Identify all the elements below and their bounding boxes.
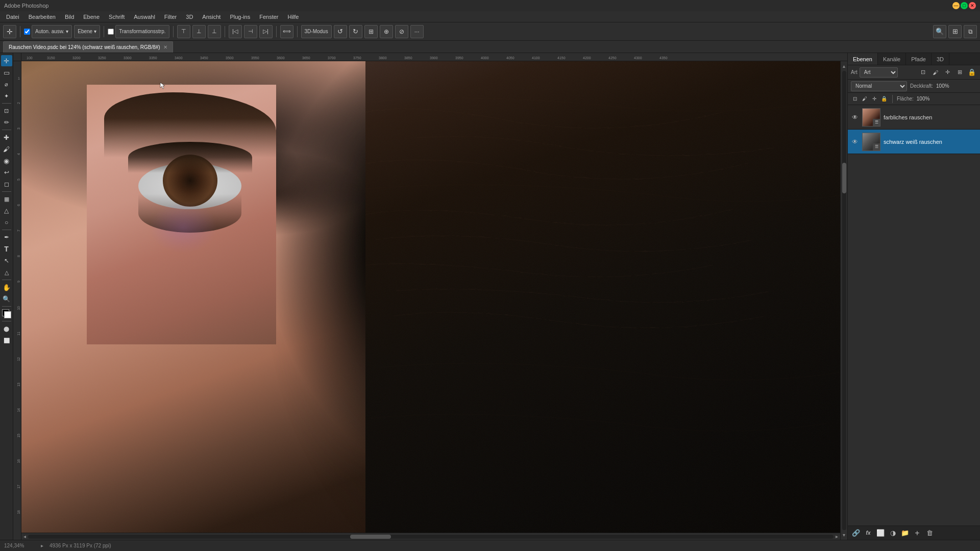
arrange-button[interactable]: ⧉ [964, 25, 977, 38]
menu-bild[interactable]: Bild [61, 13, 78, 21]
maximize-button[interactable]: □ [961, 2, 968, 9]
tool-brush[interactable]: 🖌 [1, 143, 12, 155]
undo-button[interactable]: ↺ [334, 25, 347, 38]
tool-crop[interactable]: ⊡ [1, 105, 12, 116]
tool-dodge[interactable]: ○ [1, 217, 12, 228]
tool-gradient[interactable]: ▦ [1, 193, 12, 205]
tool-quick-mask[interactable]: ⬤ [1, 323, 12, 334]
layer-delete-button[interactable]: 🗑 [924, 528, 935, 538]
tool-eraser[interactable]: ◻ [1, 179, 12, 190]
lock-artboard-button[interactable]: ⊞ [954, 67, 965, 78]
align-right-button[interactable]: ▷| [259, 25, 273, 38]
layer-group-button[interactable]: 📁 [900, 528, 910, 538]
layer-adj-button[interactable]: ◑ [888, 528, 898, 538]
tab-kanäle[interactable]: Kanäle [878, 53, 906, 65]
lock-move-btn[interactable]: ✛ [870, 95, 878, 103]
tool-zoom[interactable]: 🔍 [1, 293, 12, 305]
tab-close-icon[interactable]: ✕ [163, 44, 167, 50]
tool-shape[interactable]: △ [1, 267, 12, 278]
menu-fenster[interactable]: Fenster [255, 13, 282, 21]
layer-fx-button[interactable]: fx [863, 528, 873, 538]
vertical-scrollbar[interactable]: ▴ ▾ [840, 61, 847, 540]
vscroll-track[interactable] [842, 71, 846, 530]
menu-bearbeiten[interactable]: Bearbeiten [24, 13, 60, 21]
tool-lasso[interactable]: ⌀ [1, 79, 12, 90]
lock-brush-btn[interactable]: 🖌 [861, 95, 869, 103]
tab-pfade[interactable]: Pfade [906, 53, 932, 65]
search-button[interactable]: 🔍 [933, 25, 946, 38]
blend-mode-dropdown[interactable]: Normal Abdunkeln Aufhellen Überlagerung … [851, 81, 907, 91]
menu-datei[interactable]: Datei [2, 13, 23, 21]
ruler-mark-v-18: 18 [17, 510, 20, 514]
tool-hand[interactable]: ✋ [1, 282, 12, 293]
transform-checkbox[interactable] [108, 29, 114, 35]
color-swatch[interactable] [1, 308, 12, 319]
close-button[interactable]: ✕ [969, 2, 976, 9]
tool-eyedropper[interactable]: ✏ [1, 117, 12, 128]
3d-mode-button[interactable]: 3D-Modus [301, 25, 332, 38]
menu-filter[interactable]: Filter [160, 13, 181, 21]
tool-blur[interactable]: △ [1, 205, 12, 216]
align-bottom-button[interactable]: ⊥ [208, 25, 221, 38]
ebene-dropdown[interactable]: Ebene ▾ [74, 25, 100, 38]
lock-all-fill-btn[interactable]: 🔒 [880, 95, 888, 103]
tab-ebenen[interactable]: Ebenen [848, 53, 878, 65]
horizontal-scrollbar[interactable]: ◂ ▸ [21, 533, 840, 540]
layer-item-farbliches[interactable]: 👁 ☰ farbliches rauschen [848, 105, 980, 130]
hscroll-track[interactable] [28, 535, 834, 539]
lock-all-button[interactable]: 🔒 [967, 67, 977, 78]
layer-new-button[interactable]: + [912, 528, 922, 538]
tool-pen[interactable]: ✒ [1, 232, 12, 243]
auto-select-checkbox[interactable] [24, 29, 30, 35]
tool-move[interactable]: ✛ [1, 55, 12, 66]
lock-image-button[interactable]: 🖌 [930, 67, 940, 78]
menu-ebene[interactable]: Ebene [79, 13, 104, 21]
align-vcenter-button[interactable]: ⊥ [192, 25, 206, 38]
tool-healing[interactable]: ✚ [1, 132, 12, 143]
minimize-button[interactable]: — [952, 2, 960, 9]
ruler-mark-v-5: 5 [17, 179, 20, 181]
tool-text[interactable]: T [1, 243, 12, 255]
layer-visibility-1[interactable]: 👁 [851, 113, 859, 121]
layer-link-button[interactable]: 🔗 [851, 528, 861, 538]
menu-auswahl[interactable]: Auswahl [130, 13, 159, 21]
tool-select-rect[interactable]: ▭ [1, 67, 12, 78]
distribute-button[interactable]: ⟺ [280, 25, 293, 38]
extra2-button[interactable]: ⊘ [395, 25, 408, 38]
menu-3d[interactable]: 3D [182, 13, 197, 21]
tool-clone[interactable]: ◉ [1, 155, 12, 166]
status-arrow[interactable]: ▸ [41, 543, 43, 548]
active-tab[interactable]: Rauschen Video.psdc bei 124% (schwarz we… [3, 41, 173, 53]
lock-transparent-pixel-btn[interactable]: ⊡ [851, 95, 859, 103]
tool-history-brush[interactable]: ↩ [1, 167, 12, 178]
toolbar-separator-2 [104, 26, 104, 37]
more-button[interactable]: ··· [410, 25, 424, 38]
auto-select-dropdown[interactable]: Auton. ausw. ▾ [32, 25, 72, 38]
menu-hilfe[interactable]: Hilfe [283, 13, 303, 21]
art-select-dropdown[interactable]: Art Normal Anpassen [860, 67, 898, 78]
ruler-mark-h-15: 3800 [379, 56, 387, 60]
menu-schrift[interactable]: Schrift [105, 13, 129, 21]
tab-3d[interactable]: 3D [932, 53, 949, 65]
lock-transparent-button[interactable]: ⊡ [918, 67, 928, 78]
move-tool-button[interactable]: ✛ [3, 25, 16, 38]
lock-position-button[interactable]: ✛ [942, 67, 952, 78]
layer-item-schwarz[interactable]: 👁 ☰ schwarz weiß rauschen [848, 130, 980, 154]
extra1-button[interactable]: ⊕ [380, 25, 393, 38]
transform-button[interactable]: Transformationsstrp. [115, 25, 169, 38]
artboard-button[interactable]: ⊞ [364, 25, 378, 38]
workspace-button[interactable]: ⊞ [948, 25, 962, 38]
menu-plugins[interactable]: Plug-ins [226, 13, 254, 21]
align-top-button[interactable]: ⊤ [177, 25, 190, 38]
layer-visibility-2[interactable]: 👁 [851, 138, 859, 146]
tool-screen-mode[interactable]: ⬜ [1, 335, 12, 346]
hscroll-thumb[interactable] [350, 535, 391, 539]
tool-magic-wand[interactable]: ✦ [1, 90, 12, 102]
redo-button[interactable]: ↻ [349, 25, 362, 38]
align-hcenter-button[interactable]: ⊣ [244, 25, 257, 38]
layer-mask-button[interactable]: ⬜ [875, 528, 886, 538]
vscroll-thumb[interactable] [842, 163, 846, 193]
menu-ansicht[interactable]: Ansicht [198, 13, 225, 21]
tool-path-select[interactable]: ↖ [1, 255, 12, 266]
align-left-button[interactable]: |◁ [229, 25, 242, 38]
